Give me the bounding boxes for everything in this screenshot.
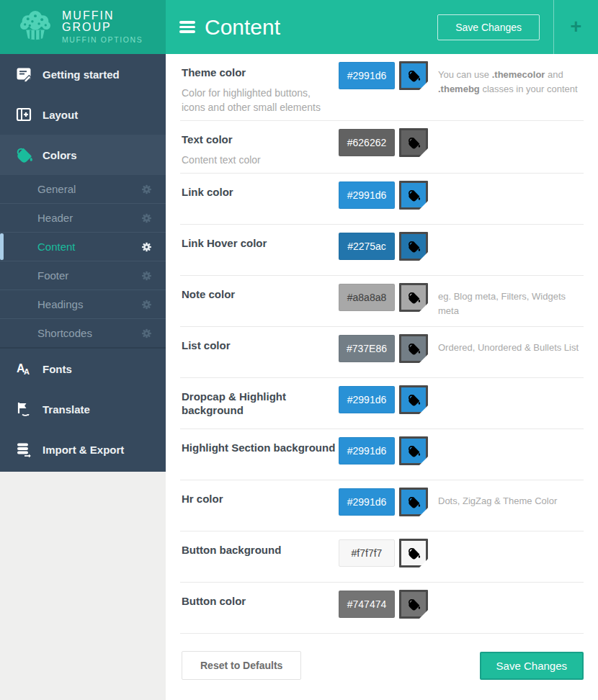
- color-picker-button[interactable]: [399, 385, 428, 414]
- save-changes-button-bottom[interactable]: Save Changes: [480, 652, 584, 680]
- sidebar-item-label: Import & Export: [43, 444, 124, 456]
- colors-submenu: General Header Content Footer Headings: [0, 175, 166, 348]
- sidebar-item-fonts[interactable]: A A Fonts: [0, 348, 166, 389]
- submenu-item-label: General: [37, 183, 76, 195]
- submenu-item-content[interactable]: Content: [0, 232, 166, 261]
- paint-bucket-icon: [14, 145, 33, 164]
- svg-text:A: A: [24, 367, 30, 376]
- sidebar-item-colors[interactable]: Colors: [0, 135, 166, 175]
- sidebar-item-layout[interactable]: Layout: [0, 94, 166, 135]
- folded-corner: [419, 610, 428, 619]
- submenu-item-label: Content: [37, 241, 76, 253]
- submenu-item-shortcodes[interactable]: Shortcodes: [0, 318, 166, 348]
- topbar: Content Save Changes +: [166, 0, 598, 54]
- color-value-input[interactable]: [339, 284, 395, 311]
- folded-corner: [419, 303, 428, 312]
- page-title: Content: [205, 15, 437, 40]
- database-icon: [14, 440, 33, 459]
- color-picker-button[interactable]: [399, 590, 428, 619]
- plus-icon: +: [571, 17, 582, 37]
- setting-row: Hr color Dots, ZigZag & Theme Color: [180, 480, 584, 531]
- color-value-input[interactable]: [339, 335, 395, 362]
- paint-bucket-icon: [407, 547, 421, 560]
- color-value-input[interactable]: [339, 386, 395, 413]
- color-picker-button[interactable]: [399, 436, 428, 465]
- color-value-input[interactable]: [339, 62, 395, 89]
- sidebar-item-getting-started[interactable]: Getting started: [0, 54, 166, 94]
- setting-row: Button color: [180, 583, 584, 634]
- color-value-input[interactable]: [339, 437, 395, 465]
- setting-row: List color Ordered, Unordered & Bullets …: [180, 327, 584, 378]
- setting-row: Link color: [180, 174, 584, 225]
- paint-bucket-icon: [407, 291, 421, 305]
- setting-row: Theme color Color for highlighted button…: [180, 54, 584, 121]
- color-picker-button[interactable]: [399, 232, 428, 261]
- setting-label: Button background: [182, 544, 339, 557]
- color-value-input[interactable]: [339, 488, 395, 516]
- gear-icon[interactable]: [142, 184, 151, 194]
- submenu-item-footer[interactable]: Footer: [0, 261, 166, 290]
- flag-icon: [14, 400, 33, 418]
- sidebar-item-label: Colors: [43, 149, 77, 161]
- setting-note: [438, 436, 584, 443]
- paint-bucket-icon: [407, 342, 421, 356]
- setting-label: List color: [182, 339, 339, 353]
- setting-row: Text color Content text color: [180, 121, 584, 174]
- gear-icon[interactable]: [142, 328, 151, 338]
- settings-list: Theme color Color for highlighted button…: [180, 54, 584, 634]
- color-picker-button[interactable]: [399, 283, 428, 312]
- color-value-input[interactable]: [339, 129, 395, 156]
- color-picker-button[interactable]: [399, 334, 428, 363]
- add-panel-section[interactable]: +: [553, 0, 598, 54]
- paint-bucket-icon: [407, 598, 421, 611]
- paint-bucket-icon: [407, 189, 421, 202]
- logo-subtitle: MUFFIN OPTIONS: [62, 36, 166, 44]
- color-picker-button[interactable]: [399, 128, 428, 157]
- setting-label: Theme color: [182, 66, 339, 80]
- color-picker-button[interactable]: [399, 539, 428, 567]
- save-changes-button-top[interactable]: Save Changes: [437, 14, 540, 40]
- menu-toggle-icon[interactable]: [179, 21, 195, 33]
- setting-row: Highlight Section background: [180, 429, 584, 480]
- color-value-input[interactable]: [339, 181, 395, 209]
- sidebar-item-label: Fonts: [43, 363, 72, 375]
- setting-label: Link color: [182, 186, 339, 199]
- setting-note: eg. Blog meta, Filters, Widgets meta: [438, 283, 584, 318]
- folded-corner: [419, 252, 428, 261]
- setting-description: Color for highlighted buttons, icons and…: [182, 86, 329, 115]
- logo-block: MUFFIN GROUP MUFFIN OPTIONS: [0, 0, 166, 54]
- color-picker-button[interactable]: [399, 488, 428, 516]
- reset-to-defaults-button[interactable]: Reset to Defaults: [182, 651, 301, 680]
- submenu-item-label: Shortcodes: [37, 327, 92, 339]
- submenu-item-label: Headings: [37, 298, 83, 310]
- setting-row: Button background: [180, 531, 584, 583]
- gear-icon[interactable]: [142, 213, 151, 223]
- submenu-item-header[interactable]: Header: [0, 203, 166, 232]
- setting-label: Link Hover color: [182, 237, 339, 251]
- folded-corner: [419, 405, 428, 414]
- sidebar-item-label: Getting started: [43, 68, 120, 81]
- setting-label: Text color: [182, 133, 339, 147]
- panel-footer: Reset to Defaults Save Changes: [180, 634, 584, 680]
- submenu-item-headings[interactable]: Headings: [0, 290, 166, 318]
- gear-icon[interactable]: [142, 300, 151, 309]
- setting-label: Hr color: [182, 493, 339, 506]
- setting-note: [438, 232, 584, 238]
- submenu-item-label: Footer: [37, 269, 68, 282]
- sidebar-item-translate[interactable]: Translate: [0, 389, 166, 429]
- gear-icon[interactable]: [142, 271, 151, 280]
- color-value-input[interactable]: [339, 591, 395, 618]
- setting-label: Button color: [182, 595, 339, 609]
- color-picker-button[interactable]: [399, 181, 428, 210]
- submenu-item-general[interactable]: General: [0, 175, 166, 203]
- gear-icon[interactable]: [142, 242, 151, 251]
- color-value-input[interactable]: [339, 539, 395, 567]
- color-picker-button[interactable]: [399, 61, 428, 90]
- color-value-input[interactable]: [339, 233, 395, 260]
- sidebar-item-import-export[interactable]: Import & Export: [0, 429, 166, 470]
- setting-label: Highlight Section background: [182, 441, 339, 455]
- setting-note: You can use .themecolor and .themebg cla…: [438, 61, 584, 96]
- folded-corner: [419, 354, 428, 363]
- folded-corner: [419, 559, 428, 567]
- muffin-options-app: MUFFIN GROUP MUFFIN OPTIONS Content Save…: [0, 0, 598, 700]
